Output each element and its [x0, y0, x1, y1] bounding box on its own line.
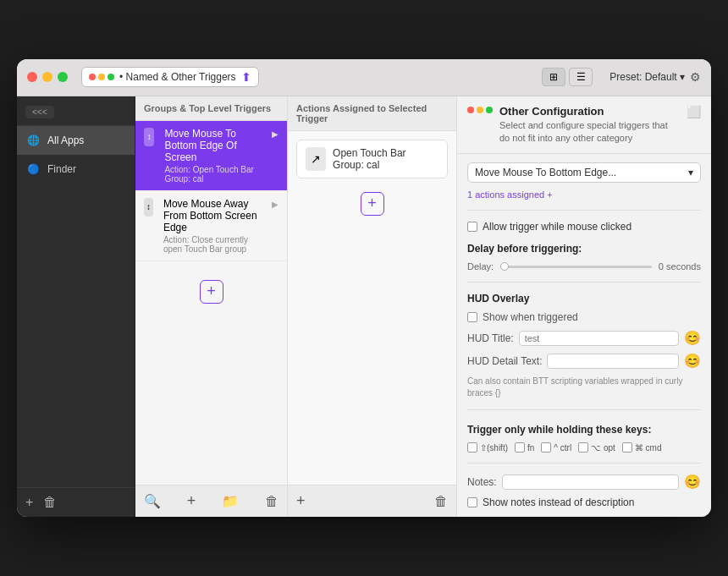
- trigger-dot-red: [89, 74, 96, 80]
- sidebar-footer: + 🗑: [17, 487, 135, 517]
- trigger-dot-yellow: [98, 74, 105, 80]
- group-item-content: Move Mouse To Bottom Edge Of Screen Acti…: [164, 128, 267, 184]
- config-dot-yellow: [477, 107, 483, 113]
- close-button[interactable]: [27, 72, 37, 82]
- sidebar: <<< 🌐 All Apps 🔵 Finder + 🗑: [17, 96, 135, 518]
- hud-show-row: Show when triggered: [467, 311, 701, 323]
- key-opt-checkbox[interactable]: [578, 442, 588, 453]
- delay-row: Delay: 0 seconds: [467, 261, 701, 272]
- maximize-button[interactable]: [58, 72, 68, 82]
- config-dot-green: [486, 107, 493, 113]
- config-panel: Other Configuration Select and configure…: [457, 96, 711, 518]
- keys-row: ⇧(shift) fn ^ ctrl ⌥ opt: [467, 442, 701, 453]
- groups-footer: 🔍 + 📁 🗑: [135, 485, 287, 517]
- group-item-move-bottom[interactable]: ↕ Move Mouse To Bottom Edge Of Screen Ac…: [135, 121, 287, 191]
- allow-while-clicked-label: Allow trigger while mouse clicked: [483, 221, 631, 233]
- titlebar: • Named & Other Triggers ⬆ ⊞ ☰ Preset: D…: [17, 59, 711, 96]
- hud-title-label: HUD Title:: [467, 332, 514, 344]
- delay-slider[interactable]: [500, 266, 652, 268]
- hud-detail-emoji-button[interactable]: 😊: [684, 353, 701, 369]
- actions-panel: Actions Assigned to Selected Trigger ↗ O…: [288, 96, 457, 518]
- group-item-move-away[interactable]: ↕ Move Mouse Away From Bottom Screen Edg…: [135, 191, 287, 261]
- sidebar-items: 🌐 All Apps 🔵 Finder: [17, 126, 135, 488]
- config-close-button[interactable]: ⬜: [687, 105, 701, 118]
- sidebar-item-allapps-label: All Apps: [47, 134, 84, 146]
- action-name: Open Touch Bar Group: cal: [333, 147, 438, 171]
- sidebar-add-button[interactable]: +: [25, 495, 33, 510]
- group-item2-arrow: ▶: [272, 200, 279, 209]
- trigger-name: • Named & Other Triggers: [119, 71, 236, 83]
- key-cmd-label: ⌘ cmd: [635, 443, 662, 453]
- actions-footer: + 🗑: [288, 485, 456, 517]
- hud-show-checkbox[interactable]: [467, 312, 477, 322]
- sidebar-collapse-button[interactable]: <<<: [25, 106, 54, 118]
- config-header: Other Configuration Select and configure…: [457, 96, 711, 155]
- notes-emoji-button[interactable]: 😊: [684, 474, 701, 490]
- config-dots: [467, 107, 493, 113]
- trigger-type-dropdown[interactable]: Move Mouse To Bottom Edge... ▾: [467, 162, 701, 183]
- show-notes-checkbox[interactable]: [467, 497, 477, 507]
- minimize-button[interactable]: [42, 72, 52, 82]
- hud-detail-input[interactable]: [547, 354, 679, 369]
- groups-add-button[interactable]: +: [187, 492, 196, 510]
- show-notes-row: Show notes instead of description: [467, 496, 701, 508]
- trigger-selector[interactable]: • Named & Other Triggers ⬆: [81, 67, 259, 87]
- actions-add-button[interactable]: +: [296, 492, 306, 510]
- delay-slider-thumb: [500, 262, 509, 271]
- preset-label[interactable]: Preset: Default ▾: [609, 71, 685, 83]
- config-title-area: Other Configuration Select and configure…: [499, 105, 680, 145]
- view-toggle: ⊞ ☰: [542, 68, 593, 86]
- hud-title-input[interactable]: [519, 331, 679, 346]
- add-trigger-button[interactable]: +: [200, 280, 223, 304]
- sidebar-item-finder-label: Finder: [47, 163, 76, 175]
- key-ctrl-label: ^ ctrl: [554, 443, 571, 453]
- groups-trash-button[interactable]: 🗑: [265, 494, 279, 509]
- hud-title-emoji-button[interactable]: 😊: [684, 330, 701, 346]
- sidebar-item-finder[interactable]: 🔵 Finder: [17, 155, 135, 184]
- key-fn: fn: [515, 442, 534, 453]
- list-view-button[interactable]: ☰: [569, 68, 593, 86]
- group-item-move-bottom-subtitle: Action: Open Touch Bar Group: cal: [164, 165, 267, 184]
- key-opt: ⌥ opt: [578, 442, 615, 453]
- delay-section-label: Delay before triggering:: [467, 243, 701, 255]
- grid-view-button[interactable]: ⊞: [542, 68, 565, 86]
- action-item-open-tb[interactable]: ↗ Open Touch Bar Group: cal: [296, 140, 448, 178]
- hud-section-label: HUD Overlay: [467, 293, 701, 304]
- group-item-move-away-subtitle: Action: Close currently open Touch Bar g…: [163, 235, 267, 254]
- actions-trash-button[interactable]: 🗑: [434, 494, 448, 509]
- group-item2-icon: ↕: [144, 198, 153, 217]
- group-item2-content: Move Mouse Away From Bottom Screen Edge …: [163, 198, 267, 254]
- allow-while-clicked-checkbox[interactable]: [467, 222, 477, 232]
- sidebar-item-allapps[interactable]: 🌐 All Apps: [17, 126, 135, 155]
- actions-list: ↗ Open Touch Bar Group: cal +: [288, 131, 456, 485]
- gear-button[interactable]: ⚙: [690, 70, 701, 84]
- traffic-lights: [27, 72, 68, 82]
- action-add-button[interactable]: +: [361, 192, 384, 216]
- group-item-move-bottom-name: Move Mouse To Bottom Edge Of Screen: [164, 128, 267, 163]
- trigger-dots: [89, 74, 114, 80]
- sidebar-trash-button[interactable]: 🗑: [43, 495, 57, 510]
- groups-list: ↕ Move Mouse To Bottom Edge Of Screen Ac…: [135, 121, 287, 485]
- key-cmd-checkbox[interactable]: [622, 442, 632, 453]
- groups-search-button[interactable]: 🔍: [144, 493, 161, 509]
- key-ctrl-checkbox[interactable]: [541, 442, 551, 453]
- hud-title-row: HUD Title: 😊: [467, 330, 701, 346]
- key-ctrl: ^ ctrl: [541, 442, 571, 453]
- divider-4: [467, 463, 701, 464]
- notes-input[interactable]: [502, 475, 679, 490]
- group-item-icon: ↕: [144, 128, 154, 146]
- groups-panel: Groups & Top Level Triggers ↕ Move Mouse…: [135, 96, 288, 518]
- key-cmd: ⌘ cmd: [622, 442, 662, 453]
- delay-label: Delay:: [467, 261, 494, 272]
- main-content: <<< 🌐 All Apps 🔵 Finder + 🗑 Groups & Top…: [17, 96, 711, 518]
- group-item-move-away-name: Move Mouse Away From Bottom Screen Edge: [163, 198, 267, 233]
- key-fn-checkbox[interactable]: [515, 442, 525, 453]
- groups-panel-header: Groups & Top Level Triggers: [135, 96, 287, 121]
- key-shift-checkbox[interactable]: [467, 442, 477, 453]
- config-dot-red: [467, 107, 474, 113]
- assigned-plus[interactable]: +: [547, 189, 552, 200]
- groups-folder-button[interactable]: 📁: [222, 493, 239, 509]
- hud-detail-label: HUD Detail Text:: [467, 355, 542, 367]
- delay-value: 0 seconds: [659, 261, 701, 272]
- hud-note: Can also contain BTT scripting variables…: [467, 376, 701, 399]
